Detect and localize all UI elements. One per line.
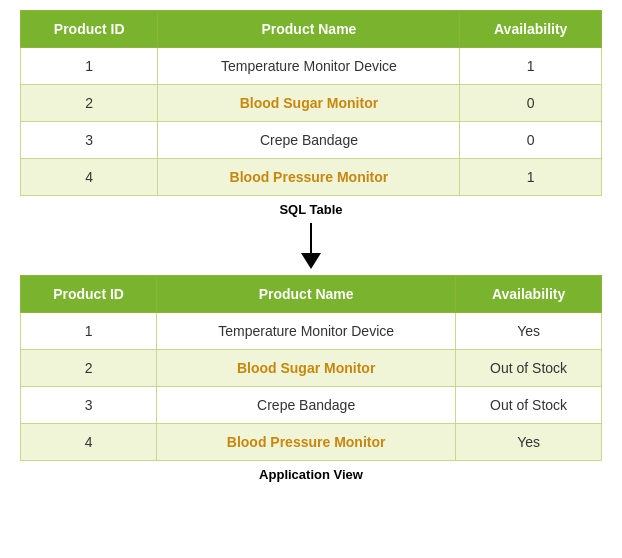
app-table-wrapper: Product ID Product Name Availability 1Te… [20, 275, 602, 461]
app-header-avail: Availability [456, 276, 602, 313]
table-row: Blood Pressure Monitor [158, 159, 460, 196]
table-row: Out of Stock [456, 387, 602, 424]
arrow-line [310, 223, 312, 253]
table-row: 3 [21, 122, 158, 159]
table-row: Blood Sugar Monitor [158, 85, 460, 122]
sql-table-wrapper: Product ID Product Name Availability 1Te… [20, 10, 602, 196]
table-row: Yes [456, 313, 602, 350]
table-row: Crepe Bandage [158, 122, 460, 159]
table-row: 1 [21, 48, 158, 85]
table-row: 2 [21, 350, 157, 387]
sql-header-name: Product Name [158, 11, 460, 48]
table-row: 4 [21, 159, 158, 196]
table-row: 1 [460, 159, 602, 196]
arrow-head [301, 253, 321, 269]
table-row: Crepe Bandage [157, 387, 456, 424]
table-row: 1 [21, 313, 157, 350]
table-row: 0 [460, 122, 602, 159]
table-row: 3 [21, 387, 157, 424]
table-row: Temperature Monitor Device [158, 48, 460, 85]
table-row: 1 [460, 48, 602, 85]
table-row: 2 [21, 85, 158, 122]
app-header-id: Product ID [21, 276, 157, 313]
table-row: 4 [21, 424, 157, 461]
app-table: Product ID Product Name Availability 1Te… [20, 275, 602, 461]
table-row: Out of Stock [456, 350, 602, 387]
sql-header-id: Product ID [21, 11, 158, 48]
table-row: Temperature Monitor Device [157, 313, 456, 350]
app-table-label: Application View [20, 467, 602, 482]
app-header-name: Product Name [157, 276, 456, 313]
table-row: Yes [456, 424, 602, 461]
down-arrow [301, 223, 321, 269]
sql-table-label: SQL Table [279, 202, 342, 217]
arrow-section: SQL Table [20, 202, 602, 271]
table-row: 0 [460, 85, 602, 122]
table-row: Blood Pressure Monitor [157, 424, 456, 461]
sql-header-avail: Availability [460, 11, 602, 48]
sql-table: Product ID Product Name Availability 1Te… [20, 10, 602, 196]
table-row: Blood Sugar Monitor [157, 350, 456, 387]
